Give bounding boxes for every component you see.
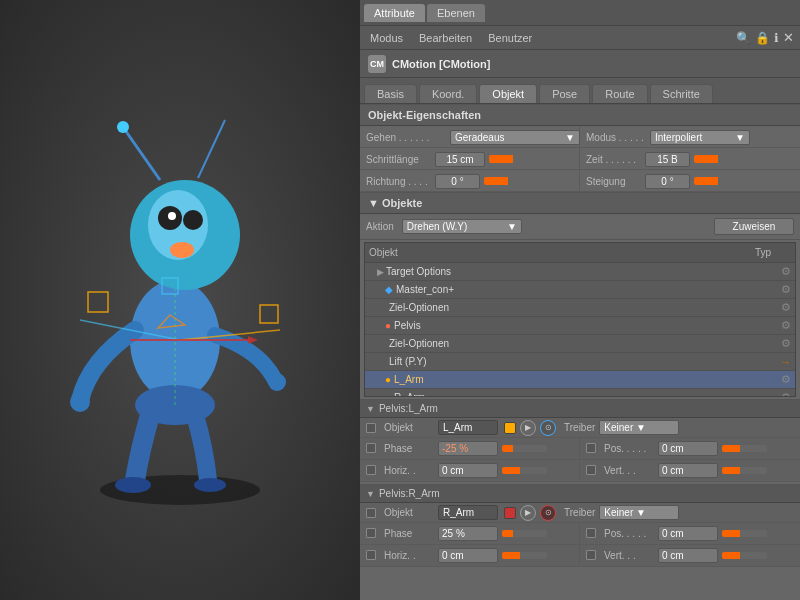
tree-col-objekt: Objekt — [369, 247, 398, 258]
richtung-steigung-row: Richtung . . . . 0 ° Steigung 0 ° — [360, 170, 800, 192]
tree-row[interactable]: Lift (P.Y) → — [365, 353, 795, 371]
schrittlaenge-input[interactable]: 15 cm — [435, 152, 485, 167]
horiz-checkbox-r[interactable] — [366, 550, 376, 560]
gehen-modus-row: Gehen . . . . . . Geradeaus ▼ Modus . . … — [360, 126, 800, 148]
close-icon[interactable]: ✕ — [783, 30, 794, 45]
vert-input-l[interactable]: 0 cm — [658, 463, 718, 478]
pos-checkbox-l[interactable] — [586, 443, 596, 453]
assign-button[interactable]: Zuweisen — [714, 218, 794, 235]
tree-expand-arrow: ▶ — [377, 267, 384, 277]
menu-benutzer[interactable]: Benutzer — [484, 30, 536, 46]
r-arm-link-btn[interactable]: ▶ — [520, 505, 536, 521]
tree-item-name-l-arm: L_Arm — [394, 374, 781, 385]
menu-bearbeiten[interactable]: Bearbeiten — [415, 30, 476, 46]
pos-checkbox-r[interactable] — [586, 528, 596, 538]
modus-prop: Modus . . . . . Interpoliert ▼ — [580, 126, 800, 148]
vert-input-r[interactable]: 0 cm — [658, 548, 718, 563]
info-icon[interactable]: ℹ — [774, 31, 779, 45]
horiz-input-l[interactable]: 0 cm — [438, 463, 498, 478]
plugin-icon: CM — [368, 55, 386, 73]
pelvis-r-arm-horiz-row: Horiz. . 0 cm Vert. . . 0 cm — [360, 545, 800, 567]
horiz-checkbox-l[interactable] — [366, 465, 376, 475]
tab-pose[interactable]: Pose — [539, 84, 590, 103]
r-arm-target-btn[interactable]: ⊙ — [540, 505, 556, 521]
modus-label: Modus . . . . . — [586, 132, 646, 143]
schrittlaenge-prop: Schrittlänge 15 cm — [360, 148, 580, 170]
pos-label-r: Pos. . . . . — [604, 528, 654, 539]
sub-menu-bar: Modus Bearbeiten Benutzer 🔍 🔒 ℹ ✕ — [360, 26, 800, 50]
zeit-prop: Zeit . . . . . . 15 B — [580, 148, 800, 170]
content-area: Objekt-Eigenschaften Gehen . . . . . . G… — [360, 104, 800, 600]
phase-prop-l: Phase -25 % — [360, 438, 580, 458]
bone-icon: ◆ — [385, 284, 393, 295]
tab-objekt[interactable]: Objekt — [479, 84, 537, 103]
tree-row[interactable]: ▶ Target Options ⚙ — [365, 263, 795, 281]
richtung-slider[interactable] — [484, 177, 524, 185]
tree-row[interactable]: Ziel-Optionen ⚙ — [365, 299, 795, 317]
tree-row-r-arm[interactable]: ● R_Arm ⚙ — [365, 389, 795, 397]
steigung-label: Steigung — [586, 176, 641, 187]
phase-slider-r[interactable] — [502, 530, 547, 537]
pelvis-l-arm-objekt-row: Objekt L_Arm ▶ ⊙ Treiber Keiner ▼ — [360, 418, 800, 438]
pos-input-l[interactable]: 0 cm — [658, 441, 718, 456]
phase-slider-l[interactable] — [502, 445, 547, 452]
vert-checkbox-l[interactable] — [586, 465, 596, 475]
steigung-prop: Steigung 0 ° — [580, 170, 800, 192]
tab-basis[interactable]: Basis — [364, 84, 417, 103]
search-icon[interactable]: 🔍 — [736, 31, 751, 45]
treiber-dropdown-l[interactable]: Keiner ▼ — [599, 420, 679, 435]
phase-input-r[interactable]: 25 % — [438, 526, 498, 541]
tree-item-name: Ziel-Optionen — [389, 302, 781, 313]
horiz-input-r[interactable]: 0 cm — [438, 548, 498, 563]
richtung-input[interactable]: 0 ° — [435, 174, 480, 189]
objekt-checkbox-r[interactable] — [366, 508, 376, 518]
collapse-arrow-icon: ▼ — [366, 404, 375, 414]
steigung-input[interactable]: 0 ° — [645, 174, 690, 189]
menu-modus[interactable]: Modus — [366, 30, 407, 46]
pos-slider-r[interactable] — [722, 530, 767, 537]
tab-koord[interactable]: Koord. — [419, 84, 477, 103]
l-arm-color-btn[interactable] — [504, 422, 516, 434]
lock-icon[interactable]: 🔒 — [755, 31, 770, 45]
gear-icon: ⚙ — [781, 301, 791, 314]
vert-label-r: Vert. . . — [604, 550, 654, 561]
modus-dropdown[interactable]: Interpoliert ▼ — [650, 130, 750, 145]
objekt-checkbox[interactable] — [366, 423, 376, 433]
horiz-slider-l[interactable] — [502, 467, 547, 474]
tree-row[interactable]: ◆ Master_con+ ⚙ — [365, 281, 795, 299]
zeit-input[interactable]: 15 B — [645, 152, 690, 167]
vert-slider-r[interactable] — [722, 552, 767, 559]
vert-checkbox-r[interactable] — [586, 550, 596, 560]
objekte-header: ▼ Objekte — [360, 192, 800, 214]
pos-slider-l[interactable] — [722, 445, 767, 452]
gehen-dropdown[interactable]: Geradeaus ▼ — [450, 130, 580, 145]
steigung-slider[interactable] — [694, 177, 734, 185]
tree-row[interactable]: Ziel-Optionen ⚙ — [365, 335, 795, 353]
zeit-slider[interactable] — [694, 155, 734, 163]
vert-slider-l[interactable] — [722, 467, 767, 474]
tree-row-l-arm[interactable]: ● L_Arm ⚙ — [365, 371, 795, 389]
treiber-dropdown-r[interactable]: Keiner ▼ — [599, 505, 679, 520]
horiz-label-l: Horiz. . — [384, 465, 434, 476]
objekt-value: L_Arm — [438, 420, 498, 435]
horiz-slider-r[interactable] — [502, 552, 547, 559]
tab-ebenen[interactable]: Ebenen — [427, 4, 485, 22]
pos-label-l: Pos. . . . . — [604, 443, 654, 454]
l-arm-link-btn[interactable]: ▶ — [520, 420, 536, 436]
tab-attribute[interactable]: Attribute — [364, 4, 425, 22]
tree-header: Objekt Typ — [365, 243, 795, 263]
svg-marker-20 — [248, 336, 258, 344]
schrittlaenge-slider[interactable] — [489, 155, 529, 163]
phase-checkbox-r[interactable] — [366, 528, 376, 538]
action-dropdown[interactable]: Drehen (W.Y) ▼ — [402, 219, 522, 234]
phase-checkbox-l[interactable] — [366, 443, 376, 453]
phase-input-l[interactable]: -25 % — [438, 441, 498, 456]
tab-schritte[interactable]: Schritte — [650, 84, 713, 103]
tab-route[interactable]: Route — [592, 84, 647, 103]
r-arm-color-btn[interactable] — [504, 507, 516, 519]
l-arm-target-btn[interactable]: ⊙ — [540, 420, 556, 436]
phase-label-r: Phase — [384, 528, 434, 539]
pos-input-r[interactable]: 0 cm — [658, 526, 718, 541]
zeit-label: Zeit . . . . . . — [586, 154, 641, 165]
tree-row[interactable]: ● Pelvis ⚙ — [365, 317, 795, 335]
